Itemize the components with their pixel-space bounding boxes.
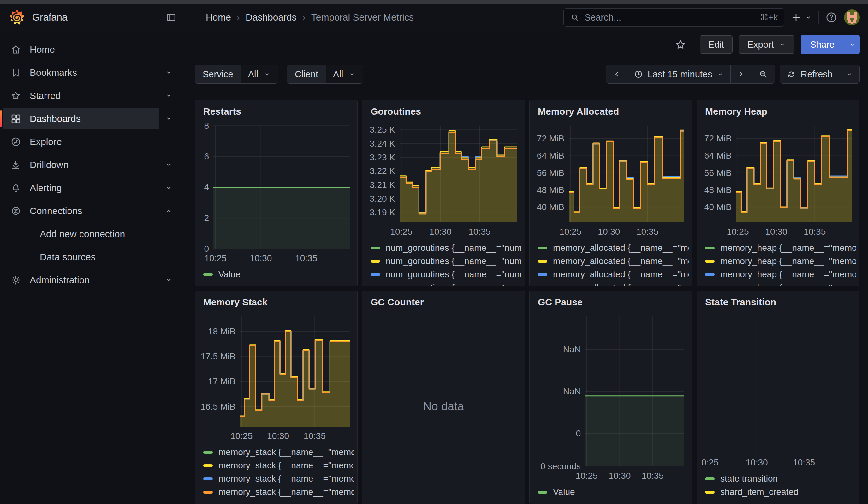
grafana-logo-icon[interactable] [9,10,24,25]
legend-item[interactable]: memory_heap {__name__="memory_h [705,268,856,281]
legend: memory_heap {__name__="memory_h memory_h… [697,240,859,286]
legend-item[interactable]: memory_heap {__name__="memory_h [705,241,856,255]
legend-item[interactable]: memory_heap {__name__="memory_h [705,255,856,268]
sidebar-item-data-sources[interactable]: Data sources [0,245,186,268]
chevron-down-icon[interactable] [165,161,173,169]
clock-icon [634,70,643,79]
legend-item[interactable]: Value [203,268,354,281]
chevron-down-icon[interactable] [165,69,173,77]
chevron-down-icon[interactable] [165,276,173,284]
time-range-picker[interactable]: Last 15 minutes [628,65,731,83]
legend-item[interactable]: memory_stack {__name__="memory_s [203,472,354,485]
state-transition-chart[interactable]: 0:2510:3010:35 [697,309,859,472]
legend: Value [530,485,692,504]
legend-item[interactable]: memory_stack {__name__="memory_s [203,485,354,498]
legend-item[interactable]: num_goroutines {__name__="num_goroutines… [371,255,521,268]
memory-stack-chart[interactable]: 16.5 MiB17 MiB17.5 MiB18 MiB10:2510:3010… [195,309,357,445]
gc-pause-chart[interactable]: 0 seconds0NaNNaN10:2510:3010:35 [530,309,692,485]
legend-label: Value [553,487,575,497]
legend-marker [538,491,547,494]
legend-item[interactable]: Value [538,485,689,498]
legend-item[interactable]: num_goroutines {__name__="num_goroutines… [371,281,521,286]
service-filter-value[interactable]: All [241,65,278,83]
sidebar-item-bookmarks[interactable]: Bookmarks [0,61,186,84]
legend-item[interactable]: memory_allocated {__name__="memo [538,268,689,281]
legend-item[interactable]: shard_item_created [705,485,856,498]
legend-label: memory_allocated {__name__="memo [553,282,689,286]
panel-title[interactable]: GC Counter [362,291,525,309]
breadcrumb-home[interactable]: Home [206,12,231,23]
edit-button[interactable]: Edit [700,35,733,54]
share-split-button: Share [801,35,860,54]
legend-marker [203,477,213,480]
dashboard-toolbar: Edit Export Share [186,31,868,59]
legend-item[interactable]: memory_heap {__name__="memory_h [705,281,856,286]
refresh-interval-caret[interactable] [839,65,859,83]
panel-title[interactable]: Memory Allocated [530,101,692,118]
filter-label: Client [287,65,326,83]
sidebar-item-dashboards[interactable]: Dashboards [0,107,186,130]
zoom-out-icon[interactable] [752,65,775,83]
chevron-up-icon[interactable] [165,207,173,215]
search-input[interactable] [584,12,756,23]
memory-heap-chart[interactable]: 40 MiB48 MiB56 MiB64 MiB72 MiB10:2510:30… [697,118,859,240]
refresh-icon [787,70,796,79]
sidebar-item-add-new-connection[interactable]: Add new connection [0,222,186,245]
sidebar-toggle-icon[interactable] [166,12,176,23]
legend-item[interactable]: memory_allocated {__name__="memo [538,241,689,255]
panel-title[interactable]: Memory Heap [697,101,859,118]
service-filter[interactable]: Service All [195,65,278,84]
share-caret-button[interactable] [844,35,860,54]
refresh-button[interactable]: Refresh [780,65,839,83]
no-data-message: No data [362,309,525,504]
sidebar-item-starred[interactable]: Starred [0,84,186,107]
client-filter[interactable]: Client All [287,65,363,84]
breadcrumb-dashboards[interactable]: Dashboards [246,12,297,23]
chevron-down-icon[interactable] [165,184,173,192]
chevron-down-icon[interactable] [165,92,173,100]
legend-item[interactable]: memory_allocated {__name__="memo [538,281,689,286]
legend-item[interactable]: memory_allocated {__name__="memo [538,255,689,268]
legend-item[interactable]: num_goroutines {__name__="num_goroutines… [371,241,521,255]
sidebar-item-connections[interactable]: Connections [0,199,186,222]
sidebar-item-administration[interactable]: Administration [0,268,186,291]
goroutines-chart[interactable]: 3.19 K3.20 K3.21 K3.22 K3.23 K3.24 K3.25… [362,118,525,240]
legend-item[interactable]: memory_stack {__name__="memory_s [203,459,354,472]
add-new-button[interactable] [790,12,812,23]
legend-item[interactable]: num_goroutines {__name__="num_goroutines… [371,268,521,281]
export-button[interactable]: Export [739,35,794,54]
panel-restarts: Restarts 0246810:2510:3010:35 Value [195,100,358,286]
panel-title[interactable]: State Transition [697,291,859,309]
favorite-star-icon[interactable] [674,38,687,51]
sidebar-item-drilldown[interactable]: Drilldown [0,153,186,176]
legend-marker [705,273,715,276]
user-avatar[interactable] [844,10,860,25]
filter-row: Service All Client All [186,59,868,84]
search-box[interactable]: ⌘+k [564,8,784,27]
client-filter-value[interactable]: All [326,65,363,83]
panel-gc-counter: GC Counter No data [362,291,525,504]
time-back-button[interactable] [606,65,628,83]
panel-memory-stack: Memory Stack 16.5 MiB17 MiB17.5 MiB18 Mi… [195,291,358,504]
memory-allocated-chart[interactable]: 40 MiB48 MiB56 MiB64 MiB72 MiB10:2510:30… [530,118,692,240]
panel-gc-pause: GC Pause 0 seconds0NaNNaN10:2510:3010:35… [529,291,692,504]
time-forward-button[interactable] [731,65,752,83]
sidebar-item-home[interactable]: Home [0,38,186,61]
legend-marker [538,260,547,263]
legend-item[interactable]: memory_stack {__name__="memory_s [203,445,354,459]
legend-item[interactable]: state transition [705,472,856,485]
filter-label: Service [195,65,241,83]
sidebar-item-explore[interactable]: Explore [0,130,186,153]
panel-title[interactable]: Goroutines [362,101,525,118]
gc-counter-chart[interactable]: No data [362,309,525,504]
bookmark-icon [10,67,21,78]
panel-title[interactable]: Restarts [195,101,357,118]
panel-title[interactable]: GC Pause [530,291,692,309]
sidebar-item-alerting[interactable]: Alerting [0,176,186,199]
restarts-chart[interactable]: 0246810:2510:3010:35 [195,118,357,267]
help-icon[interactable] [825,11,838,24]
share-button[interactable]: Share [801,35,844,54]
panel-memory-heap: Memory Heap 40 MiB48 MiB56 MiB64 MiB72 M… [696,100,859,286]
chevron-down-icon[interactable] [165,115,173,123]
panel-title[interactable]: Memory Stack [195,291,357,309]
